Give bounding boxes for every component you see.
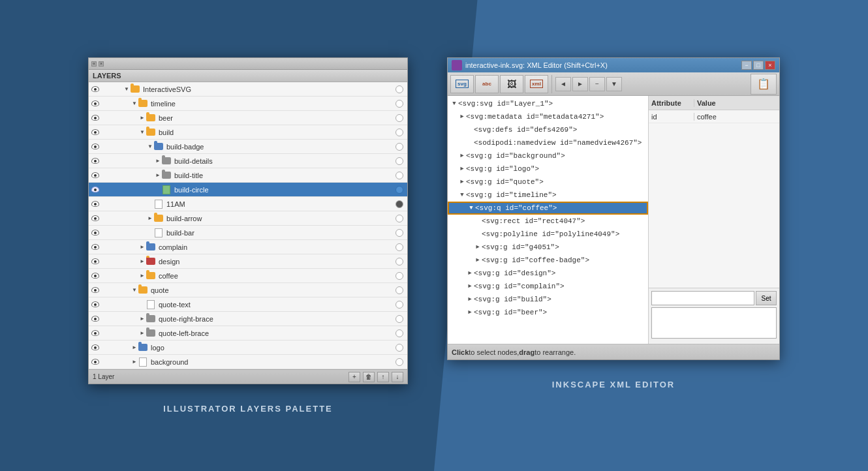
expand-btn-quote[interactable]: ▼ (131, 286, 138, 294)
expand-btn-build[interactable]: ▼ (138, 129, 146, 136)
xml-node-metadata[interactable]: ► <svg:metadata id="metadata4271"> (448, 110, 648, 123)
xml-node-logo[interactable]: ► <svg:g id="logo"> (448, 162, 648, 175)
xml-expand-logo[interactable]: ► (458, 165, 466, 173)
layer-row-quote-text[interactable]: quote-text (89, 297, 407, 312)
layer-row-build-arrow[interactable]: ► build-arrow (89, 211, 407, 226)
expand-btn-logo[interactable]: ► (131, 344, 138, 352)
xml-expand-namedview[interactable] (466, 139, 474, 147)
xml-expand-build[interactable]: ► (466, 296, 474, 303)
eye-icon-build-circle[interactable] (89, 187, 102, 192)
eye-icon-quote-left-brace[interactable] (89, 330, 102, 336)
eye-icon-build-title[interactable] (89, 172, 102, 178)
layers-delete-btn[interactable]: 🗑 (363, 372, 375, 382)
layer-row-11AM[interactable]: 11AM (89, 197, 407, 211)
eye-icon-11AM[interactable] (89, 201, 102, 207)
eye-icon-complain[interactable] (89, 244, 102, 250)
layer-row-quote-right-brace[interactable]: ► quote-right-brace (89, 312, 407, 326)
eye-icon-quote-text[interactable] (89, 301, 102, 307)
layer-row-design[interactable]: ► design (89, 254, 407, 269)
xml-node-background[interactable]: ► <svg:g id="background"> (448, 149, 648, 162)
xml-expand-background[interactable]: ► (458, 152, 466, 160)
expand-btn-build-title[interactable]: ► (154, 172, 162, 179)
expand-btn-build-badge[interactable]: ▼ (146, 143, 154, 151)
expand-btn-quote-text[interactable] (138, 301, 146, 309)
layer-row-coffee[interactable]: ► coffee (89, 269, 407, 283)
expand-btn-InteractiveSVG[interactable]: ▼ (123, 85, 131, 93)
layer-row-build-circle[interactable]: build-circle (89, 183, 407, 197)
layer-row-build[interactable]: ▼ build (89, 125, 407, 140)
xml-expand-svg-root[interactable]: ▼ (450, 100, 458, 108)
eye-icon-quote[interactable] (89, 287, 102, 293)
eye-icon-InteractiveSVG[interactable] (89, 86, 102, 92)
expand-btn-background[interactable]: ► (131, 358, 138, 366)
expand-btn-coffee[interactable]: ► (138, 272, 146, 280)
xml-next-btn[interactable]: ► (572, 77, 588, 91)
xml-tool-img-btn[interactable]: 🖼 (500, 75, 523, 93)
xml-tool-xml-btn[interactable]: xml (525, 75, 548, 93)
xml-attr-row-id[interactable]: id coffee (649, 110, 779, 123)
layer-row-build-details[interactable]: ► build-details (89, 154, 407, 168)
expand-btn-11AM[interactable] (146, 200, 154, 208)
xml-expand-quote[interactable]: ► (458, 178, 466, 186)
expand-btn-build-circle[interactable] (154, 186, 162, 194)
xml-expand-rect[interactable] (474, 217, 482, 225)
eye-icon-background[interactable] (89, 359, 102, 365)
expand-btn-build-details[interactable]: ► (154, 157, 162, 165)
xml-prev-btn[interactable]: ◄ (555, 77, 571, 91)
layers-add-btn[interactable]: + (349, 372, 360, 382)
layer-row-quote-left-brace[interactable]: ► quote-left-brace (89, 326, 407, 341)
xml-node-defs[interactable]: <svg:defs id="defs4269"> (448, 123, 648, 136)
xml-extra-btn[interactable]: 📋 (751, 74, 777, 95)
eye-icon-logo[interactable] (89, 344, 102, 350)
layers-move-down-btn[interactable]: ↓ (392, 372, 403, 382)
xml-node-polyline[interactable]: <svg:polyline id="polyline4049"> (448, 228, 648, 241)
xml-expand-design[interactable]: ► (466, 269, 474, 277)
eye-icon-quote-right-brace[interactable] (89, 316, 102, 322)
xml-expand-metadata[interactable]: ► (458, 113, 466, 121)
xml-expand-g4051[interactable]: ► (474, 243, 482, 251)
xml-node-build[interactable]: ► <svg:g id="build"> (448, 293, 648, 306)
expand-btn-timeline[interactable]: ▼ (131, 100, 138, 108)
xml-up-btn[interactable]: − (589, 77, 605, 91)
expand-btn-quote-left-brace[interactable]: ► (138, 329, 146, 337)
layers-collapse-btn[interactable]: « (91, 61, 97, 67)
layer-row-quote[interactable]: ▼ quote (89, 283, 407, 297)
eye-icon-build-arrow[interactable] (89, 215, 102, 221)
expand-btn-design[interactable]: ► (138, 258, 146, 266)
xml-node-rect[interactable]: <svg:rect id="rect4047"> (448, 215, 648, 228)
layer-row-beer[interactable]: ► beer (89, 111, 407, 125)
eye-icon-build-details[interactable] (89, 158, 102, 164)
eye-icon-build-badge[interactable] (89, 144, 102, 149)
expand-btn-beer[interactable]: ► (138, 114, 146, 122)
xml-tree[interactable]: ▼ <svg:svg id="Layer_1"> ► <svg:metadata… (448, 96, 649, 344)
layer-row-logo[interactable]: ► logo (89, 341, 407, 355)
expand-btn-quote-right-brace[interactable]: ► (138, 315, 146, 323)
eye-icon-design[interactable] (89, 258, 102, 264)
layers-menu-btn[interactable]: × (99, 61, 104, 67)
layer-row-build-title[interactable]: ► build-title (89, 168, 407, 183)
xml-expand-coffee-badge[interactable]: ► (474, 256, 482, 264)
xml-attr-input[interactable] (651, 291, 754, 305)
layer-row-timeline[interactable]: ▼ timeline (89, 97, 407, 111)
xml-minimize-btn[interactable]: − (741, 61, 752, 70)
eye-icon-beer[interactable] (89, 115, 102, 121)
xml-expand-polyline[interactable] (474, 230, 482, 238)
layer-row-build-bar[interactable]: build-bar (89, 226, 407, 240)
layer-row-background[interactable]: ► background (89, 355, 407, 369)
layer-row-complain[interactable]: ► complain (89, 240, 407, 254)
xml-down-btn[interactable]: ▼ (606, 77, 622, 91)
xml-expand-coffee[interactable]: ▼ (467, 204, 475, 212)
xml-node-timeline[interactable]: ▼ <svg:g id="timeline"> (448, 189, 648, 202)
xml-node-design[interactable]: ► <svg:g id="design"> (448, 267, 648, 280)
xml-expand-complain[interactable]: ► (466, 282, 474, 290)
xml-set-btn[interactable]: Set (756, 291, 777, 305)
eye-icon-build-bar[interactable] (89, 230, 102, 236)
xml-value-textarea[interactable] (651, 307, 777, 339)
eye-icon-coffee[interactable] (89, 273, 102, 279)
xml-node-beer[interactable]: ► <svg:g id="beer"> (448, 306, 648, 319)
xml-node-complain[interactable]: ► <svg:g id="complain"> (448, 280, 648, 293)
xml-node-coffee[interactable]: ▼ <svg:q id="coffee"> (448, 202, 648, 215)
xml-expand-timeline[interactable]: ▼ (458, 191, 466, 199)
xml-node-namedview[interactable]: <sodipodi:namedview id="namedview4267"> (448, 136, 648, 149)
xml-expand-defs[interactable] (466, 126, 474, 134)
